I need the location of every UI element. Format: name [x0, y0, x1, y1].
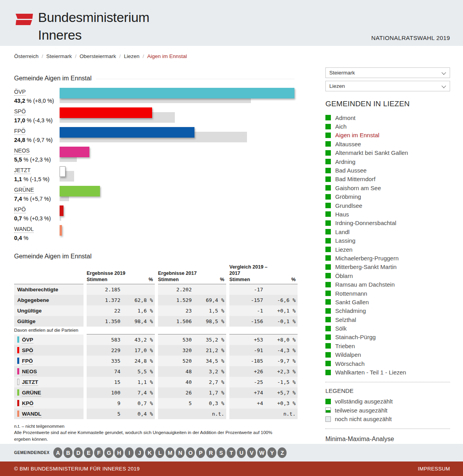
header-group-0: Ergebnisse 2019Stimmen	[87, 264, 126, 284]
municipality-item[interactable]: Irdning-Donnersbachtal	[325, 219, 450, 227]
municipality-name: Admont	[335, 114, 356, 121]
breadcrumb-link[interactable]: Österreich	[14, 53, 38, 59]
index-letter-button[interactable]: P	[196, 447, 205, 458]
municipality-item[interactable]: Stainach-Pürgg	[325, 333, 450, 342]
municipality-item[interactable]: Ramsau am Dachstein	[325, 280, 450, 289]
municipality-item[interactable]: Sankt Gallen	[325, 298, 450, 306]
stimmen-cell: 5	[87, 409, 126, 419]
municipality-item[interactable]: Liezen	[325, 245, 450, 254]
index-letter-button[interactable]: K	[145, 447, 154, 458]
municipality-item[interactable]: Wahlkarten - Teil 1 - Liezen	[325, 368, 450, 376]
index-letter-button[interactable]: L	[155, 447, 164, 458]
party-link[interactable]: JETZT	[22, 379, 38, 386]
counted-status-icon	[325, 264, 331, 270]
party-link[interactable]: NEOS	[22, 369, 37, 375]
minima-maxima-link[interactable]: Minima-Maxima-Analyse	[325, 436, 450, 443]
party-pct-value: 24,8	[14, 137, 25, 143]
party-pct-diff: % (+5,7 %)	[22, 196, 51, 202]
municipality-item[interactable]: Gröbming	[325, 193, 450, 201]
index-letter-button[interactable]: J	[135, 447, 144, 458]
party-link[interactable]: WANDL	[22, 411, 42, 418]
municipality-item[interactable]: Öblarn	[325, 271, 450, 280]
municipality-item[interactable]: Michaelerberg-Pruggern	[325, 254, 450, 262]
municipality-item[interactable]: Landl	[325, 227, 450, 236]
index-letter-button[interactable]: F	[94, 447, 103, 458]
municipality-item[interactable]: Aich	[325, 122, 450, 131]
index-letter-button[interactable]: Z	[278, 447, 287, 458]
municipality-item[interactable]: Altaussee	[325, 140, 450, 148]
stimmen-cell: -25	[229, 377, 269, 387]
party-link[interactable]: JETZT	[14, 167, 31, 174]
party-link[interactable]: KPÖ	[14, 206, 26, 213]
municipality-name: Altaussee	[335, 141, 361, 147]
party-link[interactable]: SPÖ	[14, 108, 26, 115]
municipality-item[interactable]: Ardning	[325, 157, 450, 166]
index-letter-button[interactable]: S	[216, 447, 225, 458]
municipality-item[interactable]: Haus	[325, 210, 450, 218]
breadcrumb-link[interactable]: Obersteiermark	[80, 53, 116, 59]
municipality-item[interactable]: Admont	[325, 113, 450, 122]
municipality-name: Ardning	[335, 158, 356, 165]
municipality-item[interactable]: Lassing	[325, 236, 450, 245]
index-letter-button[interactable]: G	[104, 447, 113, 458]
index-letter-button[interactable]: M	[165, 447, 174, 458]
index-letter-button[interactable]: O	[186, 447, 195, 458]
party-pct-diff: % (+0,3 %)	[22, 215, 51, 222]
index-letter-button[interactable]: B	[64, 447, 73, 458]
stimmen-cell: 1.529	[158, 295, 197, 305]
impressum-link[interactable]: IMPRESSUM	[418, 466, 450, 472]
party-pct-value: 7,4	[14, 196, 22, 202]
index-letter-button[interactable]: D	[74, 447, 83, 458]
index-letter-button[interactable]: R	[206, 447, 215, 458]
municipality-item[interactable]: Schladming	[325, 307, 450, 315]
municipality-item[interactable]: Bad Aussee	[325, 166, 450, 174]
municipality-item[interactable]: Mitterberg-Sankt Martin	[325, 263, 450, 271]
municipality-item[interactable]: Wildalpen	[325, 351, 450, 359]
index-letter-button[interactable]: Y	[267, 447, 276, 458]
party-link[interactable]: FPÖ	[22, 358, 33, 365]
party-link[interactable]: FPÖ	[14, 128, 25, 135]
municipality-item[interactable]: Aigen im Ennstal	[325, 131, 450, 140]
breadcrumb-link[interactable]: Steiermark	[46, 53, 72, 59]
municipality-item[interactable]: Bad Mitterndorf	[325, 175, 450, 183]
index-letter-button[interactable]: I	[125, 447, 134, 458]
row-label: Gültige	[14, 316, 84, 327]
party-link[interactable]: WANDL	[14, 226, 34, 233]
index-letter-button[interactable]: A	[53, 447, 62, 458]
col-sub-percent: %	[197, 264, 226, 284]
party-link[interactable]: NEOS	[14, 147, 30, 154]
index-letter-button[interactable]: W	[257, 447, 266, 458]
index-letter-button[interactable]: N	[176, 447, 185, 458]
breadcrumb-link[interactable]: Liezen	[124, 53, 140, 59]
state-select[interactable]: Steiermark	[325, 67, 450, 78]
municipality-item[interactable]: Altenmarkt bei Sankt Gallen	[325, 149, 450, 157]
copyright-text: © BMI BUNDESMINISTERIUM FÜR INNERES 2019	[14, 466, 140, 472]
municipality-item[interactable]: Wörschach	[325, 359, 450, 368]
counted-status-icon	[325, 194, 331, 200]
party-pct-value: 43,2	[14, 98, 25, 104]
percent-cell: +5,7 %	[269, 387, 298, 398]
municipality-item[interactable]: Selzthal	[325, 315, 450, 324]
chart-label: WANDL0,4 %	[14, 225, 59, 241]
party-link[interactable]: GRÜNE	[22, 390, 41, 396]
municipality-item[interactable]: Gaishorn am See	[325, 183, 450, 192]
municipality-name: Grundlsee	[335, 202, 362, 209]
party-link[interactable]: GRÜNE	[14, 187, 34, 194]
index-letter-button[interactable]: V	[247, 447, 256, 458]
index-letter-button[interactable]: E	[84, 447, 93, 458]
party-link[interactable]: KPÖ	[22, 400, 33, 407]
counted-status-icon	[325, 211, 331, 217]
municipality-name: Michaelerberg-Pruggern	[335, 255, 399, 262]
percent-cell: -4,3 %	[269, 345, 298, 356]
party-link[interactable]: SPÖ	[22, 347, 33, 354]
index-letter-button[interactable]: T	[227, 447, 236, 458]
party-link[interactable]: ÖVP	[14, 89, 26, 96]
municipality-item[interactable]: Rottenmann	[325, 289, 450, 298]
municipality-item[interactable]: Sölk	[325, 324, 450, 332]
party-link[interactable]: ÖVP	[22, 337, 33, 343]
index-letter-button[interactable]: H	[114, 447, 123, 458]
index-letter-button[interactable]: U	[237, 447, 246, 458]
municipality-item[interactable]: Grundlsee	[325, 201, 450, 210]
municipality-item[interactable]: Trieben	[325, 342, 450, 350]
district-select[interactable]: Liezen	[325, 81, 450, 91]
